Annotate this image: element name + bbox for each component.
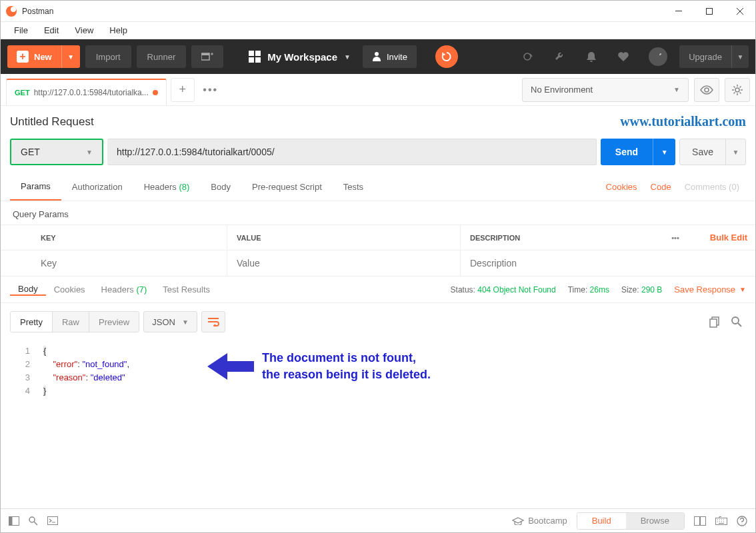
- find-icon[interactable]: [29, 516, 38, 526]
- overflow-button[interactable]: •••: [649, 234, 702, 242]
- search-button[interactable]: [727, 312, 746, 331]
- window-plus-icon: [201, 52, 213, 61]
- workspace-name: My Workspace: [267, 51, 337, 63]
- watermark-text: www.tutorialkart.com: [620, 114, 746, 129]
- tab-authorization[interactable]: Authorization: [61, 173, 133, 201]
- menu-edit[interactable]: Edit: [36, 25, 67, 35]
- import-button[interactable]: Import: [85, 45, 131, 68]
- invite-label: Invite: [387, 52, 407, 62]
- environment-select[interactable]: No Environment ▼: [522, 78, 689, 102]
- arrow-icon: [207, 353, 254, 380]
- tab-body[interactable]: Body: [200, 173, 241, 201]
- console-icon[interactable]: [47, 516, 58, 525]
- new-window-button[interactable]: [191, 45, 223, 68]
- request-title-row: Untitled Request www.tutorialkart.com: [1, 106, 755, 139]
- grid-icon: [249, 51, 261, 63]
- value-input[interactable]: [237, 258, 460, 268]
- browse-toggle[interactable]: Browse: [626, 513, 684, 529]
- fmt-raw[interactable]: Raw: [52, 312, 89, 332]
- wrench-icon[interactable]: [553, 50, 566, 63]
- satellite-icon[interactable]: [521, 50, 534, 63]
- description-input[interactable]: [470, 258, 649, 268]
- save-label: Save: [680, 147, 725, 157]
- environment-name: No Environment: [531, 85, 593, 95]
- search-icon: [731, 316, 742, 327]
- upgrade-dropdown[interactable]: ▼: [731, 45, 749, 68]
- minimize-button[interactable]: [663, 1, 694, 22]
- bulk-edit-link[interactable]: Bulk Edit: [702, 233, 755, 243]
- format-select[interactable]: JSON ▼: [143, 311, 197, 332]
- runner-button[interactable]: Runner: [137, 45, 187, 68]
- environment-view-button[interactable]: [694, 78, 719, 102]
- resp-tab-cookies[interactable]: Cookies: [46, 283, 93, 296]
- new-dropdown[interactable]: ▼: [61, 45, 80, 68]
- format-tabs: Pretty Raw Preview: [10, 311, 139, 332]
- send-button[interactable]: Send ▼: [601, 139, 675, 165]
- invite-button[interactable]: Invite: [363, 45, 417, 68]
- request-tab[interactable]: GET http://127.0.0.1:5984/tutorialka...: [6, 79, 167, 105]
- method-select[interactable]: GET ▼: [10, 139, 103, 165]
- svg-rect-10: [9, 516, 13, 525]
- view-toggle: Build Browse: [577, 512, 685, 530]
- workspace-picker[interactable]: My Workspace ▼: [249, 51, 351, 63]
- resp-headers-count: (7): [136, 284, 147, 294]
- build-toggle[interactable]: Build: [577, 513, 626, 529]
- send-dropdown[interactable]: ▼: [653, 139, 675, 165]
- wrap-button[interactable]: [201, 311, 225, 332]
- window-titlebar: Postman: [1, 1, 755, 22]
- sidebar-toggle-icon[interactable]: [9, 516, 19, 526]
- copy-button[interactable]: [705, 312, 723, 331]
- close-button[interactable]: [725, 1, 755, 22]
- new-button[interactable]: + New ▼: [7, 45, 80, 68]
- tab-tests[interactable]: Tests: [333, 173, 374, 201]
- svg-point-4: [524, 53, 531, 60]
- resp-tab-body[interactable]: Body: [10, 283, 46, 296]
- menu-view[interactable]: View: [67, 25, 101, 35]
- svg-rect-0: [675, 11, 682, 11]
- environment-settings-button[interactable]: [725, 78, 750, 102]
- svg-rect-1: [707, 8, 713, 14]
- sync-button[interactable]: [435, 45, 458, 68]
- maximize-button[interactable]: [694, 1, 725, 22]
- save-button[interactable]: Save ▼: [679, 139, 746, 165]
- tab-headers[interactable]: Headers (8): [133, 173, 201, 201]
- bootcamp-button[interactable]: Bootcamp: [512, 516, 567, 526]
- upgrade-button[interactable]: Upgrade ▼: [679, 45, 749, 68]
- chevron-down-icon: ▼: [182, 318, 189, 326]
- fmt-pretty[interactable]: Pretty: [11, 312, 52, 332]
- annotation-text: The document is not fount, the reason be…: [262, 350, 431, 383]
- svg-rect-13: [695, 516, 700, 525]
- rocket-icon: [653, 52, 663, 61]
- request-subtabs: Params Authorization Headers (8) Body Pr…: [1, 173, 755, 201]
- new-tab-button[interactable]: +: [171, 78, 195, 102]
- code-link[interactable]: Code: [644, 182, 678, 192]
- rocket-button[interactable]: [649, 47, 667, 66]
- two-pane-icon[interactable]: [694, 516, 706, 526]
- help-icon[interactable]: [737, 516, 747, 526]
- url-input[interactable]: [107, 139, 597, 165]
- keyboard-icon[interactable]: [715, 516, 727, 525]
- save-response-button[interactable]: Save Response ▼: [674, 284, 746, 294]
- cookies-link[interactable]: Cookies: [599, 182, 644, 192]
- tab-overflow-button[interactable]: •••: [199, 78, 223, 102]
- bell-icon[interactable]: [585, 50, 598, 63]
- query-params-table: KEY VALUE DESCRIPTION ••• Bulk Edit: [1, 225, 755, 276]
- description-header: DESCRIPTION: [461, 225, 649, 250]
- tab-params[interactable]: Params: [10, 173, 61, 201]
- request-title[interactable]: Untitled Request: [10, 115, 620, 129]
- fmt-preview[interactable]: Preview: [89, 312, 139, 332]
- heart-icon[interactable]: [617, 50, 630, 63]
- method-value: GET: [21, 147, 40, 157]
- key-input[interactable]: [41, 258, 227, 268]
- menu-help[interactable]: Help: [101, 25, 135, 35]
- comments-link[interactable]: Comments (0): [678, 182, 746, 192]
- tab-prerequest[interactable]: Pre-request Script: [241, 173, 333, 201]
- resp-tab-headers[interactable]: Headers (7): [93, 283, 155, 296]
- response-body-viewer[interactable]: 1{ 2 "error": "not_found", 3 "reason": "…: [1, 340, 755, 402]
- save-dropdown[interactable]: ▼: [725, 139, 745, 165]
- person-icon: [372, 52, 381, 61]
- resp-tab-tests[interactable]: Test Results: [155, 283, 218, 296]
- status-meta: Status: 404 Object Not Found: [451, 285, 556, 294]
- send-label: Send: [601, 147, 653, 157]
- menu-file[interactable]: File: [6, 25, 36, 35]
